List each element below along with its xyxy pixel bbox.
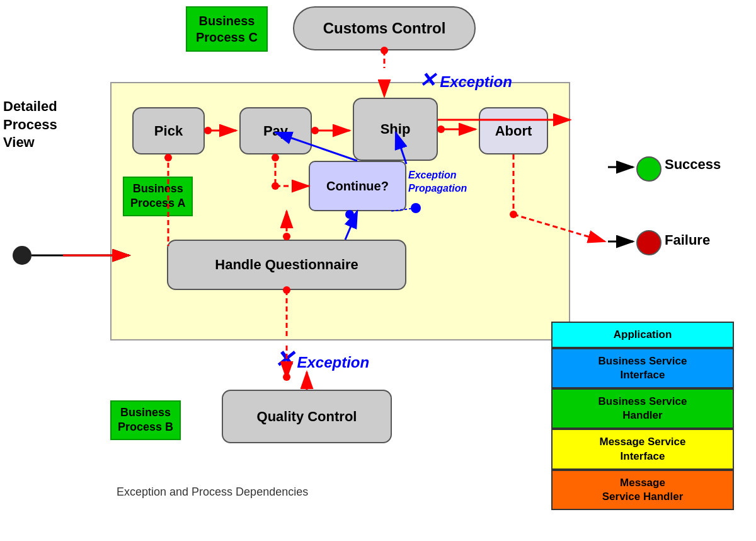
business-process-a-label: BusinessProcess A <box>123 177 193 216</box>
abort-node: Abort <box>479 107 548 154</box>
pay-node: Pay <box>239 107 312 154</box>
exception-propagation-label: ExceptionPropagation <box>408 169 467 195</box>
legend-business-service-handler: Business ServiceHandler <box>551 388 734 429</box>
exception-top-label: ✕ Exception <box>419 68 512 92</box>
legend-message-service-handler: MessageService Handler <box>551 470 734 510</box>
failure-circle <box>636 230 662 255</box>
start-dot <box>13 246 32 265</box>
customs-control-node: Customs Control <box>293 6 476 50</box>
continue-node: Continue? <box>309 161 406 211</box>
detailed-process-view-label: DetailedProcessView <box>3 98 57 152</box>
svg-point-38 <box>283 373 290 381</box>
ship-node: Ship <box>353 98 438 161</box>
business-process-b-label: BusinessProcess B <box>110 400 181 440</box>
legend-application: Application <box>551 322 734 348</box>
handle-questionnaire-node: Handle Questionnaire <box>167 240 406 290</box>
failure-label: Failure <box>665 232 710 248</box>
legend-business-service-interface: Business ServiceInterface <box>551 348 734 388</box>
quality-control-node: Quality Control <box>222 390 392 443</box>
exception-bottom-area: ✕ Exception <box>274 346 369 373</box>
pick-node: Pick <box>132 107 205 154</box>
caption-label: Exception and Process Dependencies <box>117 486 308 499</box>
success-circle <box>636 156 662 182</box>
business-process-c-label: BusinessProcess C <box>186 6 268 52</box>
diagram-container: DetailedProcessView BusinessProcess C Cu… <box>0 0 756 541</box>
success-label: Success <box>665 156 721 173</box>
legend-message-service-interface: Message ServiceInterface <box>551 429 734 469</box>
legend-box: Application Business ServiceInterface Bu… <box>551 322 734 510</box>
